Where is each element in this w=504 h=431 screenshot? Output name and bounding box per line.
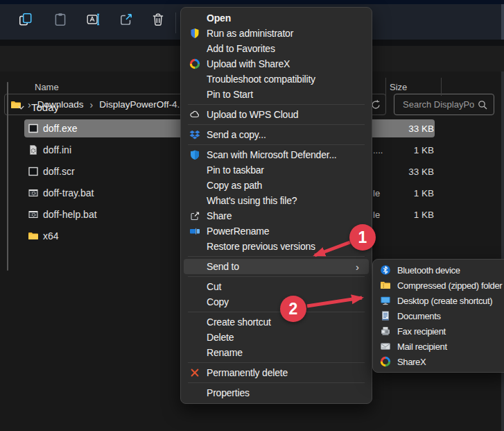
toolbar-divider <box>175 12 176 33</box>
menu-item-powerrename[interactable]: PowerRename <box>181 223 372 239</box>
menu-item-create-shortcut[interactable]: Create shortcut <box>181 314 372 330</box>
breadcrumb-chevron: › <box>83 99 99 110</box>
file-name: doff-help.bat <box>43 209 97 220</box>
menu-item-label: Run as administrator <box>207 28 293 39</box>
uac-shield-icon <box>189 28 202 39</box>
menu-item-label: Create shortcut <box>207 316 271 328</box>
menu-item-copy[interactable]: Copy <box>181 294 372 310</box>
menu-item-add-to-favorites[interactable]: Add to Favorites <box>181 41 372 56</box>
breadcrumb-item-folder[interactable]: DisplayPowerOff-4.1 <box>99 99 185 110</box>
left-scrollbar[interactable] <box>7 82 8 271</box>
menu-item-label: Send a copy... <box>207 129 266 140</box>
no-icon <box>189 316 202 328</box>
group-label: Today <box>31 101 59 113</box>
menu-item-troubleshoot-compatibility[interactable]: Troubleshoot compatibility <box>181 71 372 87</box>
menu-item-cut[interactable]: Cut <box>181 279 372 294</box>
no-icon <box>189 74 202 85</box>
window-scrollbar-edge[interactable] <box>501 46 504 431</box>
column-header-size[interactable]: Size <box>390 82 407 92</box>
submenu-item-compressed-zipped-folder[interactable]: Compressed (zipped) folder <box>373 278 504 293</box>
context-menu: Open Run as administrator Add to Favorit… <box>180 7 372 404</box>
no-icon <box>189 332 202 343</box>
submenu-item-bluetooth-device[interactable]: Bluetooth device <box>373 262 504 278</box>
no-icon <box>189 12 202 24</box>
file-name: doff.scr <box>43 166 75 177</box>
copy-icon[interactable] <box>18 12 33 27</box>
column-divider[interactable] <box>385 78 386 96</box>
defender-shield-icon <box>189 149 202 160</box>
menu-item-send-to[interactable]: Send to › <box>184 259 369 274</box>
submenu-chevron-icon: › <box>356 261 359 273</box>
menu-item-label: Properties <box>207 387 250 398</box>
menu-item-send-a-copy[interactable]: Send a copy... <box>181 127 372 142</box>
no-icon <box>189 281 202 292</box>
share-icon <box>189 210 202 221</box>
folder-icon <box>28 230 39 242</box>
menu-item-label: Copy <box>207 296 229 307</box>
menu-item-upload-to-wps-cloud[interactable]: Upload to WPS Cloud <box>181 107 372 122</box>
fax-icon <box>380 326 392 337</box>
rename-icon[interactable] <box>86 12 101 27</box>
menu-item-label: Upload to WPS Cloud <box>207 109 298 120</box>
group-header-today[interactable]: Today <box>17 101 59 113</box>
menu-item-delete[interactable]: Delete <box>181 330 372 345</box>
no-icon <box>189 43 202 54</box>
no-icon <box>189 387 202 398</box>
menu-item-label: Copy as path <box>207 180 262 191</box>
menu-item-properties[interactable]: Properties <box>181 385 372 400</box>
menu-item-whats-using-this-file[interactable]: What's using this file? <box>181 193 372 208</box>
menu-item-upload-with-sharex[interactable]: Upload with ShareX <box>181 56 372 71</box>
search-icon[interactable] <box>477 99 488 110</box>
paste-icon[interactable] <box>53 12 68 27</box>
no-icon <box>189 195 202 206</box>
annotation-badge-1: 1 <box>349 224 376 251</box>
cloud-icon <box>189 109 202 120</box>
submenu-item-mail-recipient[interactable]: Mail recipient <box>373 339 504 354</box>
no-icon <box>189 347 202 358</box>
delete-icon[interactable] <box>150 12 166 27</box>
submenu-item-fax-recipient[interactable]: Fax recipient <box>373 323 504 339</box>
column-divider[interactable] <box>441 78 442 96</box>
search-box[interactable] <box>394 94 494 115</box>
menu-item-label: Pin to Start <box>207 89 253 100</box>
dropbox-icon <box>189 129 202 140</box>
desktop-icon <box>380 295 392 306</box>
red-x-icon <box>189 367 202 378</box>
menu-item-label: PowerRename <box>207 226 269 237</box>
column-header-name[interactable]: Name <box>35 82 59 92</box>
menu-item-rename[interactable]: Rename <box>181 345 372 360</box>
submenu-item-label: Documents <box>397 311 441 321</box>
chevron-down-icon[interactable] <box>17 103 26 112</box>
menu-item-label: Upload with ShareX <box>207 58 290 69</box>
submenu-item-label: Compressed (zipped) folder <box>397 280 502 291</box>
menu-item-share[interactable]: Share <box>181 208 372 223</box>
window-edge-top <box>501 4 504 40</box>
config-file-icon <box>28 144 39 155</box>
menu-item-restore-previous-versions[interactable]: Restore previous versions <box>181 239 372 254</box>
batch-file-icon <box>28 209 39 220</box>
share-icon[interactable] <box>119 12 134 27</box>
menu-item-run-as-administrator[interactable]: Run as administrator <box>181 26 372 41</box>
submenu-item-sharex[interactable]: ShareX <box>373 354 504 369</box>
type-fragment: le <box>373 210 380 220</box>
menu-item-label: Troubleshoot compatibility <box>207 74 315 85</box>
submenu-item-documents[interactable]: Documents <box>373 308 504 323</box>
menu-item-copy-as-path[interactable]: Copy as path <box>181 178 372 193</box>
type-fragment: .... <box>373 145 383 155</box>
menu-item-scan-with-microsoft-defender[interactable]: Scan with Microsoft Defender... <box>181 147 372 162</box>
menu-item-label: Restore previous versions <box>207 241 315 252</box>
batch-file-icon <box>28 187 39 198</box>
no-icon <box>189 180 202 191</box>
menu-item-permanently-delete[interactable]: Permanently delete <box>181 365 372 380</box>
app-window-icon <box>28 166 39 177</box>
submenu-item-desktop-create-shortcut[interactable]: Desktop (create shortcut) <box>373 293 504 308</box>
zipped-folder-icon <box>380 280 392 291</box>
menu-item-open[interactable]: Open <box>181 10 372 26</box>
menu-separator <box>188 312 365 312</box>
menu-item-pin-to-start[interactable]: Pin to Start <box>181 87 372 102</box>
menu-separator <box>188 362 365 363</box>
file-name: doff.exe <box>43 123 78 134</box>
menu-item-pin-to-taskbar[interactable]: Pin to taskbar <box>181 162 372 178</box>
documents-icon <box>380 310 392 321</box>
file-name: doff-tray.bat <box>43 187 94 198</box>
